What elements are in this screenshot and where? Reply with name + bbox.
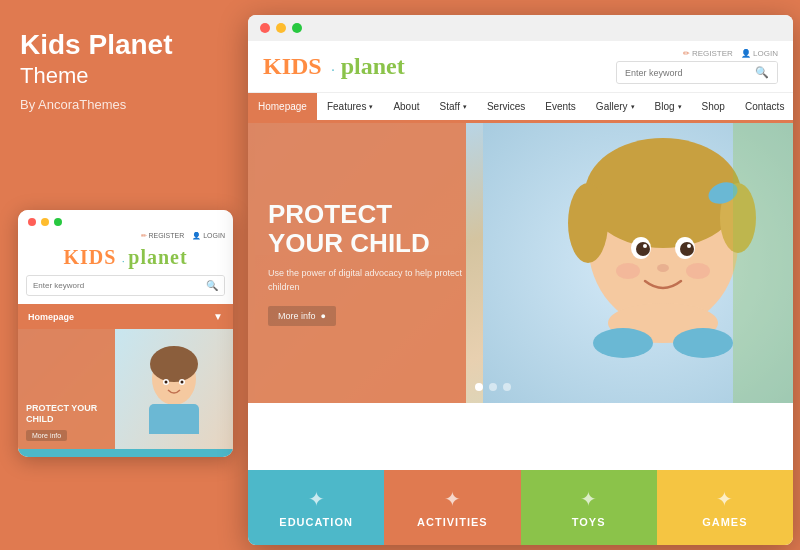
brand-author: By AncoraThemes <box>20 97 230 112</box>
svg-point-18 <box>687 244 691 248</box>
category-education[interactable]: ✦ EDUCATION <box>248 470 384 545</box>
toys-icon: ✦ <box>580 487 597 511</box>
nav-item-contacts[interactable]: Contacts <box>735 93 793 120</box>
desktop-logo-planet: planet <box>341 53 405 79</box>
activities-label: ACTIVITIES <box>417 516 488 528</box>
nav-item-gallery[interactable]: Gallery ▾ <box>586 93 645 120</box>
desktop-logo-sep: · <box>332 65 337 76</box>
svg-point-23 <box>593 328 653 358</box>
mobile-logo-planet: planet <box>128 246 187 268</box>
svg-point-16 <box>680 242 694 256</box>
features-chevron-icon: ▾ <box>369 103 373 111</box>
category-activities[interactable]: ✦ ACTIVITIES <box>384 470 520 545</box>
svg-point-1 <box>150 346 198 382</box>
mobile-hero-overlay: PROTECT YOUR CHILD More info <box>18 329 126 449</box>
desktop-register-label[interactable]: REGISTER <box>692 49 733 58</box>
nav-item-about[interactable]: About <box>383 93 429 120</box>
hero-more-info-button[interactable]: More info ● <box>268 306 336 326</box>
category-games[interactable]: ✦ GAMES <box>657 470 793 545</box>
nav-item-shop[interactable]: Shop <box>692 93 735 120</box>
dot-red <box>28 218 36 226</box>
nav-label-events: Events <box>545 101 576 112</box>
mobile-child-illustration <box>144 344 204 434</box>
staff-chevron-icon: ▾ <box>463 103 467 111</box>
desktop-hero: PROTECT YOUR CHILD Use the power of digi… <box>248 123 793 403</box>
hero-btn-label: More info <box>278 311 316 321</box>
mobile-logo: KIDS · planet <box>63 246 187 269</box>
mobile-logo-area: KIDS · planet <box>18 242 233 275</box>
mobile-nav-label: Homepage <box>28 312 74 322</box>
svg-rect-25 <box>733 123 793 403</box>
nav-item-features[interactable]: Features ▾ <box>317 93 383 120</box>
nav-label-shop: Shop <box>702 101 725 112</box>
blog-chevron-icon: ▾ <box>678 103 682 111</box>
games-icon: ✦ <box>716 487 733 511</box>
desktop-search-button[interactable]: 🔍 <box>747 62 777 83</box>
hero-btn-dot-icon: ● <box>321 311 326 321</box>
desktop-dot-yellow <box>276 23 286 33</box>
mobile-hero-image <box>115 329 233 449</box>
child-svg <box>483 123 793 403</box>
desktop-dot-red <box>260 23 270 33</box>
mobile-hero-btn[interactable]: More info <box>26 430 67 441</box>
nav-item-homepage[interactable]: Homepage <box>248 93 317 120</box>
toys-label: TOYS <box>572 516 606 528</box>
desktop-mockup: KIDS · planet ✏ REGISTER 👤 LOGIN 🔍 Homep… <box>248 15 793 545</box>
mobile-register-bar: ✏ REGISTER 👤 LOGIN <box>18 230 233 242</box>
nav-label-features: Features <box>327 101 366 112</box>
nav-label-about: About <box>393 101 419 112</box>
svg-point-4 <box>164 381 167 384</box>
hero-dot-1[interactable] <box>475 383 483 391</box>
mobile-hero-title: PROTECT YOUR CHILD <box>26 403 118 425</box>
games-label: GAMES <box>702 516 747 528</box>
desktop-search-input[interactable] <box>617 64 747 82</box>
nav-item-events[interactable]: Events <box>535 93 586 120</box>
hero-subtitle: Use the power of digital advocacy to hel… <box>268 267 473 294</box>
activities-icon: ✦ <box>444 487 461 511</box>
desktop-dot-green <box>292 23 302 33</box>
brand-subtitle: Theme <box>20 63 230 89</box>
nav-label-homepage: Homepage <box>258 101 307 112</box>
dot-yellow <box>41 218 49 226</box>
category-strip: ✦ EDUCATION ✦ ACTIVITIES ✦ TOYS ✦ GAMES <box>248 470 793 545</box>
svg-point-24 <box>673 328 733 358</box>
nav-label-blog: Blog <box>655 101 675 112</box>
svg-point-20 <box>616 263 640 279</box>
mobile-login-label: LOGIN <box>203 232 225 239</box>
mobile-nav[interactable]: Homepage ▼ <box>18 304 233 329</box>
desktop-register-links: ✏ REGISTER 👤 LOGIN <box>683 49 778 58</box>
left-panel: Kids Planet Theme By AncoraThemes ✏ REGI… <box>0 0 250 550</box>
mobile-search-input[interactable] <box>27 277 200 294</box>
svg-point-17 <box>643 244 647 248</box>
nav-item-blog[interactable]: Blog ▾ <box>645 93 692 120</box>
svg-point-5 <box>180 381 183 384</box>
hero-dot-3[interactable] <box>503 383 511 391</box>
nav-item-services[interactable]: Services <box>477 93 535 120</box>
desktop-login-label[interactable]: LOGIN <box>753 49 778 58</box>
svg-point-10 <box>568 183 608 263</box>
svg-rect-6 <box>149 404 199 434</box>
dot-green <box>54 218 62 226</box>
desktop-nav: Homepage Features ▾ About Staff ▾ Servic… <box>248 93 793 123</box>
hero-overlay: PROTECT YOUR CHILD Use the power of digi… <box>248 123 493 403</box>
nav-label-staff: Staff <box>440 101 460 112</box>
hero-title: PROTECT YOUR CHILD <box>268 200 473 257</box>
mobile-nav-chevron-icon: ▼ <box>213 311 223 322</box>
svg-point-15 <box>636 242 650 256</box>
svg-point-21 <box>686 263 710 279</box>
hero-dot-2[interactable] <box>489 383 497 391</box>
hero-photo-area <box>466 123 793 403</box>
hero-dots-indicator <box>475 383 511 391</box>
nav-item-staff[interactable]: Staff ▾ <box>430 93 477 120</box>
mobile-search-bar: 🔍 <box>26 275 225 296</box>
mobile-register-label: REGISTER <box>148 232 184 239</box>
mobile-footer-strip <box>18 449 233 457</box>
desktop-logo: KIDS · planet <box>263 53 405 80</box>
mobile-search-button[interactable]: 🔍 <box>200 276 224 295</box>
category-toys[interactable]: ✦ TOYS <box>521 470 657 545</box>
child-illustration <box>466 123 793 403</box>
desktop-login-icon: 👤 LOGIN <box>741 49 778 58</box>
desktop-register-icon: ✏ REGISTER <box>683 49 733 58</box>
mobile-hero: PROTECT YOUR CHILD More info <box>18 329 233 449</box>
nav-label-contacts: Contacts <box>745 101 784 112</box>
